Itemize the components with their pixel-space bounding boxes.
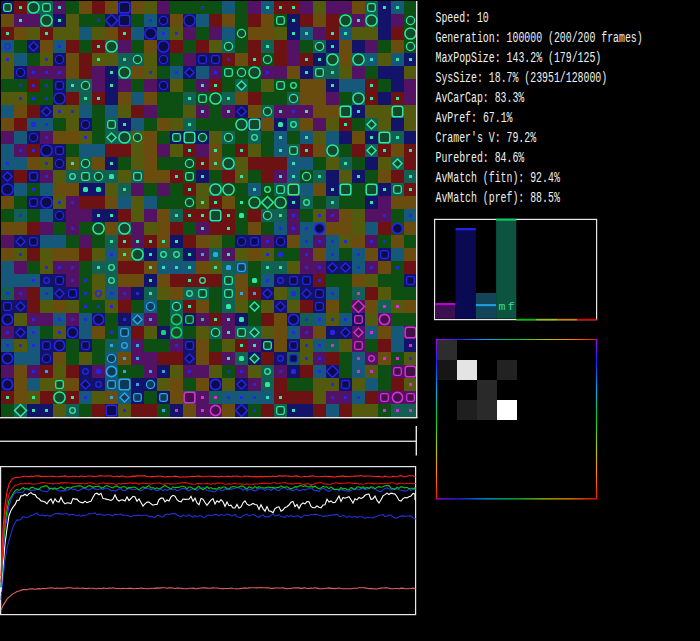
svg-text:MaxPopSize: 143.2% (179/125): MaxPopSize: 143.2% (179/125) xyxy=(436,50,602,66)
svg-text:Generation: 100000 (200/200 fr: Generation: 100000 (200/200 frames) xyxy=(436,30,643,46)
svg-text:AvPref: 67.1%: AvPref: 67.1% xyxy=(436,110,513,126)
svg-text:SysSize: 18.7% (23951/128000): SysSize: 18.7% (23951/128000) xyxy=(436,70,608,86)
svg-text:f: f xyxy=(508,300,515,313)
svg-text:Purebred: 84.6%: Purebred: 84.6% xyxy=(436,150,525,166)
svg-text:AvCarCap: 83.3%: AvCarCap: 83.3% xyxy=(436,90,525,106)
svg-text:Speed: 10: Speed: 10 xyxy=(436,10,489,26)
svg-text:AvMatch (fitn): 92.4%: AvMatch (fitn): 92.4% xyxy=(436,170,561,186)
svg-text:AvMatch (pref): 88.5%: AvMatch (pref): 88.5% xyxy=(436,190,561,206)
svg-text:m: m xyxy=(499,300,506,313)
svg-text:Cramer's V: 79.2%: Cramer's V: 79.2% xyxy=(436,130,537,146)
